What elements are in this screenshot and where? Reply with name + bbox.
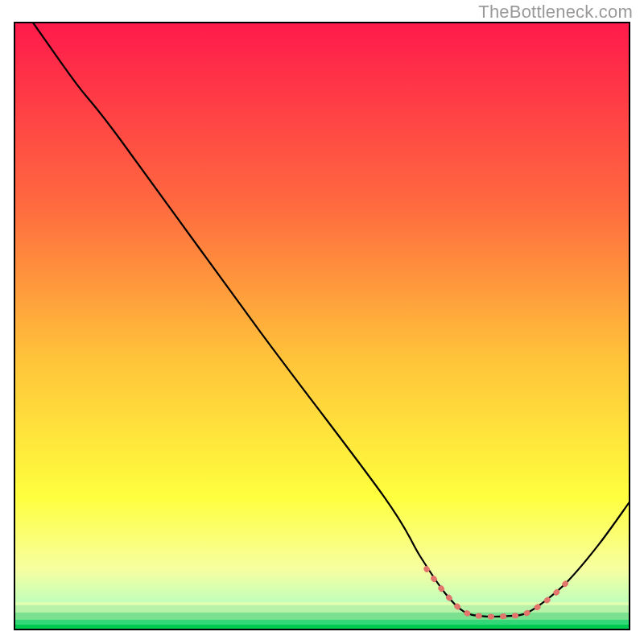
attribution-text: TheBottleneck.com <box>478 2 633 23</box>
svg-rect-3 <box>14 613 630 620</box>
svg-rect-4 <box>14 620 630 625</box>
gradient-background <box>14 23 630 630</box>
bottleneck-chart <box>0 0 644 644</box>
